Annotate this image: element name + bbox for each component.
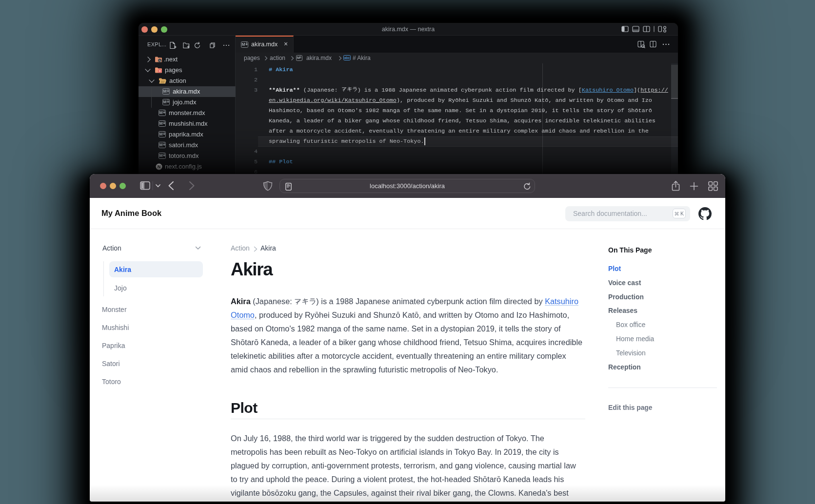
svg-text:N: N xyxy=(159,59,161,62)
svg-text:N: N xyxy=(158,164,161,169)
svg-text:abc: abc xyxy=(344,57,350,60)
